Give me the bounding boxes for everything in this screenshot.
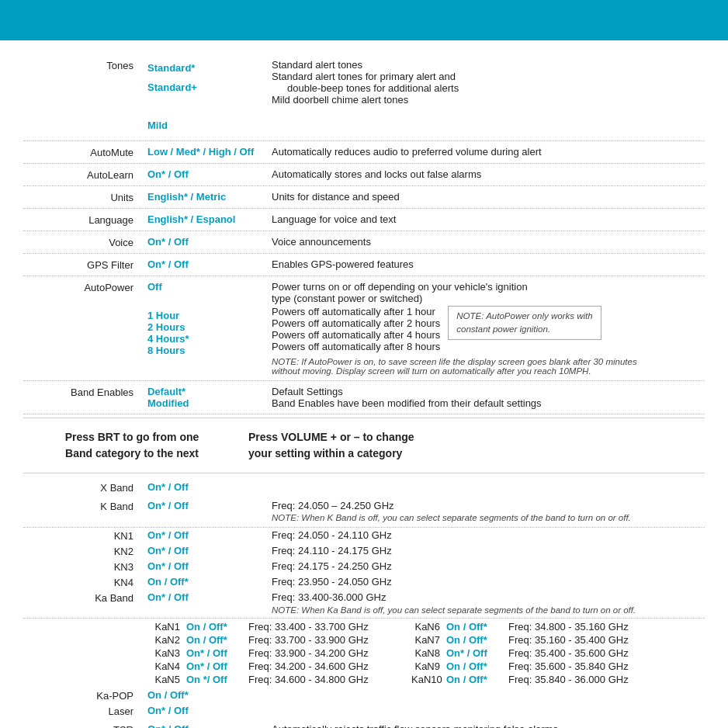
kan8-opt: On* / Off (446, 647, 508, 659)
desc-kn3: Freq: 24.175 - 24.250 GHz (272, 560, 705, 572)
row-laser: Laser On* / Off (23, 703, 705, 719)
row-xband: X Band On* / Off (23, 477, 705, 495)
label-voice: Voice (23, 236, 147, 248)
row-kan5: KaN5 On */ Off Freq: 34.600 - 34.800 GHz (147, 673, 411, 686)
opt-standard: Standard* (147, 59, 264, 78)
kan10-label: KaN10 (411, 674, 446, 685)
row-kan9: KaN9 On / Off* Freq: 35.600 - 35.840 GHz (411, 660, 705, 673)
desc-automute: Automatically reduces audio to preferred… (272, 146, 705, 158)
options-kaband: On* / Off (147, 591, 272, 603)
kan4-label: KaN4 (147, 660, 186, 672)
kan5-opt: On */ Off (186, 674, 248, 685)
opt-kband: On* / Off (147, 500, 189, 511)
row-kan3: KaN3 On* / Off Freq: 33.900 - 34.200 GHz (147, 647, 411, 660)
bold-section-left: Press BRT to go from oneBand category to… (23, 426, 241, 465)
row-kn1: KN1 On* / Off Freq: 24.050 - 24.110 GHz (23, 528, 705, 543)
options-kn4: On / Off* (147, 576, 272, 588)
kan6-opt: On / Off* (446, 621, 508, 633)
options-voice: On* / Off (147, 236, 272, 248)
kan10-freq: Freq: 35.840 - 36.000 GHz (508, 674, 629, 685)
desc-kaband: Freq: 33.400-36.000 GHz (272, 591, 705, 603)
kan3-freq: Freq: 33.900 - 34.200 GHz (248, 647, 369, 659)
row-kan7: KaN7 On / Off* Freq: 35.160 - 35.400 GHz (411, 633, 705, 647)
kan3-opt: On* / Off (186, 647, 248, 659)
options-band-enables: Default* Modified (147, 386, 272, 409)
row-kapop: Ka-POP On / Off* (23, 688, 705, 703)
row-units: Units English* / Metric Units for distan… (23, 186, 705, 209)
row-kan6: KaN6 On / Off* Freq: 34.800 - 35.160 GHz (411, 620, 705, 633)
row-kan2: KaN2 On / Off* Freq: 33.700 - 33.900 GHz (147, 633, 411, 647)
kan5-freq: Freq: 34.600 - 34.800 GHz (248, 674, 369, 685)
desc-autopower: Power turns on or off depending on your … (272, 281, 705, 376)
options-kn3: On* / Off (147, 560, 272, 572)
desc-kn1: Freq: 24.050 - 24.110 GHz (272, 529, 705, 541)
kan4-opt: On* / Off (186, 660, 248, 672)
opt-voice: On* / Off (147, 236, 189, 248)
kan9-freq: Freq: 35.600 - 35.840 GHz (508, 660, 629, 672)
desc-kn2: Freq: 24.110 - 24.175 GHz (272, 545, 705, 556)
opt-autopower-off: Off (147, 281, 264, 293)
bold-section: Press BRT to go from oneBand category to… (23, 418, 705, 473)
row-tsr: TSR On* / Off Automatically rejects traf… (23, 719, 705, 728)
label-laser: Laser (23, 705, 147, 717)
content: Tones Standard* Standard+ Mild Standard … (0, 40, 728, 728)
row-kaband: Ka Band On* / Off Freq: 33.400-36.000 GH… (23, 590, 705, 605)
opt-xband: On* / Off (147, 481, 189, 493)
label-band-enables: Band Enables (23, 386, 147, 398)
options-gpsfilter: On* / Off (147, 258, 272, 270)
options-autolearn: On* / Off (147, 168, 272, 180)
kan6-label: KaN6 (411, 621, 446, 633)
options-kband: On* / Off (147, 500, 272, 511)
kan10-opt: On / Off* (446, 674, 508, 685)
label-language: Language (23, 213, 147, 226)
kan7-label: KaN7 (411, 634, 446, 646)
kan2-label: KaN2 (147, 634, 186, 646)
kan5-label: KaN5 (147, 674, 186, 685)
options-kn2: On* / Off (147, 545, 272, 556)
autopower-note2: NOTE: If AutoPower is on, to save screen… (272, 357, 705, 376)
desc-gpsfilter: Enables GPS-powered features (272, 258, 705, 270)
row-voice: Voice On* / Off Voice announcements (23, 231, 705, 254)
row-autopower: AutoPower Off 1 Hour 2 Hours 4 Hours* 8 … (23, 276, 705, 381)
row-kan10: KaN10 On / Off* Freq: 35.840 - 36.000 GH… (411, 673, 705, 686)
label-xband: X Band (23, 481, 147, 494)
autopower-note: NOTE: AutoPower only works withconstant … (448, 306, 601, 341)
kan1-label: KaN1 (147, 621, 186, 633)
kband-note: NOTE: When K Band is off, you can select… (272, 513, 705, 522)
kan1-opt: On / Off* (186, 621, 248, 633)
bold-section-right: Press VOLUME + or – to changeyour settin… (241, 426, 705, 465)
label-kn1: KN1 (23, 529, 147, 542)
kan6-freq: Freq: 34.800 - 35.160 GHz (508, 621, 629, 633)
row-kan8: KaN8 On* / Off Freq: 35.400 - 35.600 GHz (411, 647, 705, 660)
row-automute: AutoMute Low / Med* / High / Off Automat… (23, 141, 705, 164)
opt-standardplus: Standard+ (147, 78, 264, 98)
row-kaband-note: NOTE: When Ka Band is off, you can selec… (23, 605, 705, 619)
desc-language: Language for voice and text (272, 213, 705, 225)
kan8-freq: Freq: 35.400 - 35.600 GHz (508, 647, 629, 659)
row-language: Language English* / Espanol Language for… (23, 209, 705, 231)
options-tsr: On* / Off (147, 723, 272, 728)
row-gpsfilter: GPS Filter On* / Off Enables GPS-powered… (23, 254, 705, 276)
options-kapop: On / Off* (147, 689, 272, 701)
desc-kband: Freq: 24.050 – 24.250 GHz (272, 500, 705, 511)
row-tones: Tones Standard* Standard+ Mild Standard … (23, 54, 705, 141)
desc-voice: Voice announcements (272, 236, 705, 248)
row-kan1: KaN1 On / Off* Freq: 33.400 - 33.700 GHz (147, 620, 411, 633)
desc-tsr: Automatically rejects traffic flow senso… (272, 723, 705, 728)
label-automute: AutoMute (23, 146, 147, 158)
label-kapop: Ka-POP (23, 689, 147, 702)
kaband-note: NOTE: When Ka Band is off, you can selec… (272, 605, 705, 615)
options-xband: On* / Off (147, 481, 272, 493)
options-language: English* / Espanol (147, 213, 272, 225)
row-kn3: KN3 On* / Off Freq: 24.175 - 24.250 GHz (23, 559, 705, 574)
desc-tones: Standard alert tones Standard alert tone… (272, 59, 705, 106)
row-kband: K Band On* / Off Freq: 24.050 – 24.250 G… (23, 495, 705, 513)
desc-autolearn: Automatically stores and locks out false… (272, 168, 705, 180)
opt-autolearn: On* / Off (147, 168, 189, 180)
kan7-freq: Freq: 35.160 - 35.400 GHz (508, 634, 629, 646)
desc-kn4: Freq: 23.950 - 24.050 GHz (272, 576, 705, 588)
row-autolearn: AutoLearn On* / Off Automatically stores… (23, 164, 705, 186)
label-units: Units (23, 191, 147, 203)
label-kn4: KN4 (23, 576, 147, 588)
opt-band-default: Default* (147, 386, 264, 397)
